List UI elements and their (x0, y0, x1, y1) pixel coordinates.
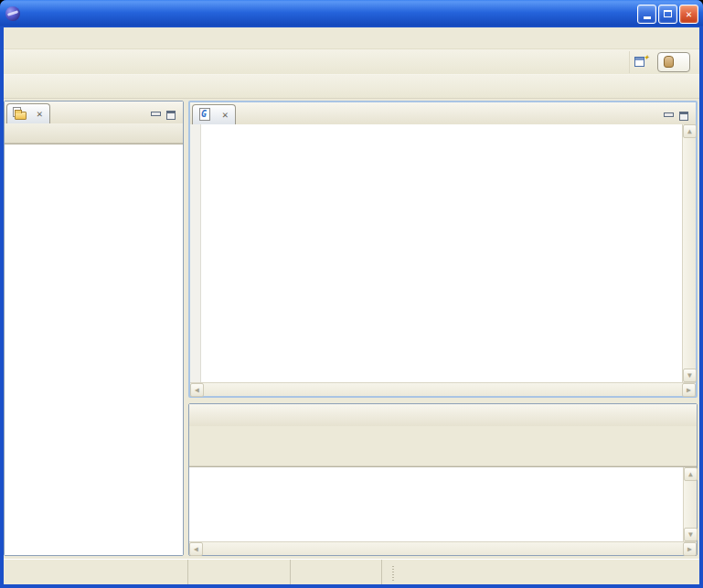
console-output[interactable] (189, 467, 683, 541)
titlebar[interactable]: ✕ (0, 0, 703, 27)
console-status-line (189, 426, 697, 443)
minimize-icon (644, 16, 651, 19)
open-perspective-icon: ✦ (634, 55, 648, 69)
window-border (0, 584, 703, 588)
project-explorer-toolbar (5, 123, 183, 144)
status-bar (4, 559, 699, 584)
eclipse-logo-icon (5, 6, 20, 21)
scroll-down-icon[interactable]: ▼ (683, 369, 697, 382)
scroll-up-icon[interactable]: ▲ (683, 124, 697, 138)
status-writable (188, 560, 291, 584)
console-panel: ▲ ▼ ◀ ▶ (188, 403, 698, 556)
fast-view-bar (4, 560, 188, 584)
maximize-view-icon[interactable] (166, 111, 176, 120)
go-file-icon: G (197, 108, 212, 123)
project-tree (5, 144, 183, 555)
main-toolbar: ✦ (4, 49, 699, 75)
status-empty (382, 560, 699, 584)
navigation-toolbar (4, 75, 699, 99)
close-editor-icon[interactable]: ✕ (222, 109, 229, 121)
editor-horizontal-scrollbar[interactable]: ◀ ▶ (190, 382, 696, 396)
scroll-left-icon[interactable]: ◀ (190, 383, 204, 397)
workbench: ✦ ✕ (4, 27, 699, 584)
editor-body: ▲ ▼ ◀ ▶ (190, 124, 696, 396)
close-button[interactable]: ✕ (679, 5, 698, 24)
open-perspective-button[interactable]: ✦ (630, 51, 652, 73)
close-view-icon[interactable]: ✕ (37, 108, 43, 120)
menubar (4, 27, 699, 49)
scroll-right-icon[interactable]: ▶ (683, 542, 697, 556)
minimize-button[interactable] (637, 5, 656, 24)
project-explorer-icon (12, 107, 27, 122)
console-horizontal-scrollbar[interactable]: ◀ ▶ (189, 541, 697, 555)
maximize-editor-icon[interactable] (679, 112, 688, 121)
perspective-go-button[interactable] (657, 52, 690, 72)
scroll-right-icon[interactable]: ▶ (682, 383, 696, 397)
editor-vertical-scrollbar[interactable]: ▲ ▼ (682, 124, 696, 382)
go-perspective-icon (662, 55, 676, 69)
console-body: ▲ ▼ ◀ ▶ (189, 466, 697, 555)
console-toolbar (189, 443, 697, 466)
minimize-editor-icon[interactable] (664, 112, 673, 120)
scroll-down-icon[interactable]: ▼ (684, 528, 698, 541)
editor-tabbar: G ✕ (190, 102, 696, 124)
perspective-bar: ✦ (629, 51, 698, 73)
annotation-ruler[interactable] (190, 124, 201, 382)
scroll-left-icon[interactable]: ◀ (189, 542, 203, 556)
eclipse-window: ✕ ✦ ✕ (0, 0, 703, 588)
project-explorer-panel: ✕ (4, 101, 184, 556)
editor-panel: G ✕ ▲ ▼ (188, 101, 698, 398)
code-area[interactable] (201, 124, 682, 382)
tab-hello-go[interactable]: G ✕ (192, 104, 236, 124)
main-area: ✕ G ✕ (4, 99, 699, 559)
maximize-icon (664, 10, 672, 17)
console-tabbar (189, 404, 697, 426)
tab-project-explorer[interactable]: ✕ (6, 103, 50, 123)
minimize-view-icon[interactable] (151, 112, 160, 119)
maximize-button[interactable] (658, 5, 677, 24)
console-vertical-scrollbar[interactable]: ▲ ▼ (683, 467, 697, 541)
project-explorer-tabbar: ✕ (5, 102, 183, 123)
scroll-up-icon[interactable]: ▲ (684, 467, 698, 481)
status-insert-mode (291, 560, 382, 584)
